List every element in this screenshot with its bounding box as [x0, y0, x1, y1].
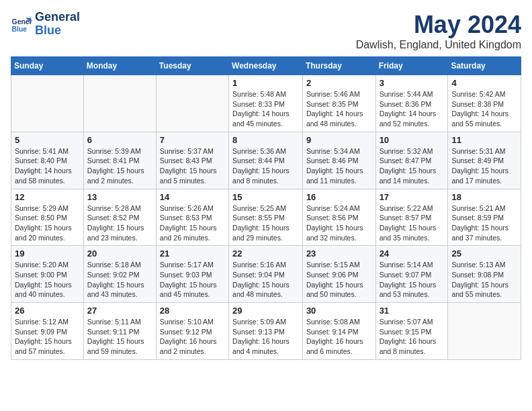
day-info: Sunrise: 5:16 AMSunset: 9:04 PMDaylight:… — [232, 260, 299, 300]
calendar-cell — [156, 75, 228, 132]
day-info: Sunrise: 5:12 AMSunset: 9:09 PMDaylight:… — [15, 317, 80, 357]
day-number: 22 — [232, 248, 299, 259]
calendar-cell: 9Sunrise: 5:34 AMSunset: 8:46 PMDaylight… — [302, 132, 375, 189]
day-info: Sunrise: 5:34 AMSunset: 8:46 PMDaylight:… — [306, 146, 372, 186]
day-info: Sunrise: 5:41 AMSunset: 8:40 PMDaylight:… — [15, 146, 80, 186]
calendar-header: Sunday Monday Tuesday Wednesday Thursday… — [11, 57, 521, 75]
calendar-cell: 6Sunrise: 5:39 AMSunset: 8:41 PMDaylight… — [83, 132, 156, 189]
day-number: 24 — [380, 248, 445, 259]
calendar-cell: 7Sunrise: 5:37 AMSunset: 8:43 PMDaylight… — [156, 132, 228, 189]
calendar-body: 1Sunrise: 5:48 AMSunset: 8:33 PMDaylight… — [11, 75, 521, 360]
calendar-cell: 12Sunrise: 5:29 AMSunset: 8:50 PMDayligh… — [11, 189, 84, 246]
day-info: Sunrise: 5:15 AMSunset: 9:06 PMDaylight:… — [306, 260, 372, 300]
calendar-cell: 23Sunrise: 5:15 AMSunset: 9:06 PMDayligh… — [302, 246, 375, 303]
logo-icon: General Blue — [11, 13, 32, 35]
calendar-cell: 14Sunrise: 5:26 AMSunset: 8:53 PMDayligh… — [156, 189, 228, 246]
calendar-cell: 18Sunrise: 5:21 AMSunset: 8:59 PMDayligh… — [448, 189, 521, 246]
day-info: Sunrise: 5:11 AMSunset: 9:11 PMDaylight:… — [87, 317, 152, 357]
calendar-cell: 13Sunrise: 5:28 AMSunset: 8:52 PMDayligh… — [83, 189, 156, 246]
calendar-week-4: 19Sunrise: 5:20 AMSunset: 9:00 PMDayligh… — [11, 246, 521, 303]
day-info: Sunrise: 5:36 AMSunset: 8:44 PMDaylight:… — [232, 146, 299, 186]
calendar-cell: 19Sunrise: 5:20 AMSunset: 9:00 PMDayligh… — [11, 246, 84, 303]
day-number: 18 — [451, 192, 517, 202]
calendar-cell: 20Sunrise: 5:18 AMSunset: 9:02 PMDayligh… — [83, 246, 156, 303]
day-info: Sunrise: 5:24 AMSunset: 8:56 PMDaylight:… — [306, 203, 372, 243]
calendar-week-5: 26Sunrise: 5:12 AMSunset: 9:09 PMDayligh… — [11, 303, 521, 360]
calendar-cell: 8Sunrise: 5:36 AMSunset: 8:44 PMDaylight… — [229, 132, 303, 189]
calendar-cell: 16Sunrise: 5:24 AMSunset: 8:56 PMDayligh… — [302, 189, 375, 246]
calendar-cell: 30Sunrise: 5:08 AMSunset: 9:14 PMDayligh… — [302, 303, 375, 360]
day-number: 17 — [380, 192, 445, 202]
day-info: Sunrise: 5:46 AMSunset: 8:35 PMDaylight:… — [306, 89, 372, 129]
calendar-cell — [83, 75, 156, 132]
day-info: Sunrise: 5:37 AMSunset: 8:43 PMDaylight:… — [160, 146, 225, 186]
day-number: 13 — [87, 192, 152, 202]
day-number: 8 — [232, 135, 299, 145]
col-saturday: Saturday — [448, 57, 521, 75]
calendar-cell: 26Sunrise: 5:12 AMSunset: 9:09 PMDayligh… — [11, 303, 84, 360]
calendar-cell: 24Sunrise: 5:14 AMSunset: 9:07 PMDayligh… — [375, 246, 448, 303]
day-number: 1 — [232, 78, 299, 88]
day-info: Sunrise: 5:17 AMSunset: 9:03 PMDaylight:… — [160, 260, 225, 300]
day-info: Sunrise: 5:25 AMSunset: 8:55 PMDaylight:… — [232, 203, 299, 243]
day-number: 28 — [160, 306, 225, 316]
day-info: Sunrise: 5:39 AMSunset: 8:41 PMDaylight:… — [87, 146, 152, 186]
day-info: Sunrise: 5:32 AMSunset: 8:47 PMDaylight:… — [380, 146, 445, 186]
day-number: 7 — [160, 135, 225, 145]
day-number: 10 — [380, 135, 445, 145]
day-number: 15 — [232, 192, 299, 202]
calendar-table: Sunday Monday Tuesday Wednesday Thursday… — [11, 56, 521, 360]
day-number: 31 — [380, 306, 445, 316]
col-wednesday: Wednesday — [229, 57, 303, 75]
calendar-cell: 22Sunrise: 5:16 AMSunset: 9:04 PMDayligh… — [229, 246, 303, 303]
calendar-cell: 11Sunrise: 5:31 AMSunset: 8:49 PMDayligh… — [448, 132, 521, 189]
day-number: 26 — [15, 306, 80, 316]
calendar-subtitle: Dawlish, England, United Kingdom — [356, 39, 521, 51]
calendar-week-2: 5Sunrise: 5:41 AMSunset: 8:40 PMDaylight… — [11, 132, 521, 189]
day-info: Sunrise: 5:28 AMSunset: 8:52 PMDaylight:… — [87, 203, 152, 243]
logo-line2: Blue — [35, 24, 80, 38]
calendar-cell: 10Sunrise: 5:32 AMSunset: 8:47 PMDayligh… — [375, 132, 448, 189]
day-info: Sunrise: 5:08 AMSunset: 9:14 PMDaylight:… — [306, 317, 372, 357]
day-info: Sunrise: 5:18 AMSunset: 9:02 PMDaylight:… — [87, 260, 152, 300]
day-number: 19 — [15, 248, 80, 259]
day-number: 12 — [15, 192, 80, 202]
day-number: 11 — [451, 135, 517, 145]
title-section: May 2024 Dawlish, England, United Kingdo… — [356, 11, 521, 51]
day-number: 30 — [306, 306, 372, 316]
day-info: Sunrise: 5:29 AMSunset: 8:50 PMDaylight:… — [15, 203, 80, 243]
day-info: Sunrise: 5:22 AMSunset: 8:57 PMDaylight:… — [380, 203, 445, 243]
day-number: 2 — [306, 78, 372, 88]
calendar-cell: 4Sunrise: 5:42 AMSunset: 8:38 PMDaylight… — [448, 75, 521, 132]
day-info: Sunrise: 5:26 AMSunset: 8:53 PMDaylight:… — [160, 203, 225, 243]
day-number: 14 — [160, 192, 225, 202]
calendar-cell: 31Sunrise: 5:07 AMSunset: 9:15 PMDayligh… — [375, 303, 448, 360]
calendar-title: May 2024 — [356, 11, 521, 39]
day-info: Sunrise: 5:07 AMSunset: 9:15 PMDaylight:… — [380, 317, 445, 357]
calendar-cell: 17Sunrise: 5:22 AMSunset: 8:57 PMDayligh… — [375, 189, 448, 246]
day-info: Sunrise: 5:31 AMSunset: 8:49 PMDaylight:… — [451, 146, 517, 186]
calendar-cell: 1Sunrise: 5:48 AMSunset: 8:33 PMDaylight… — [229, 75, 303, 132]
day-number: 23 — [306, 248, 372, 259]
col-friday: Friday — [375, 57, 448, 75]
calendar-cell: 3Sunrise: 5:44 AMSunset: 8:36 PMDaylight… — [375, 75, 448, 132]
header-row: Sunday Monday Tuesday Wednesday Thursday… — [11, 57, 521, 75]
calendar-cell: 15Sunrise: 5:25 AMSunset: 8:55 PMDayligh… — [229, 189, 303, 246]
calendar-cell — [448, 303, 521, 360]
calendar-week-1: 1Sunrise: 5:48 AMSunset: 8:33 PMDaylight… — [11, 75, 521, 132]
day-info: Sunrise: 5:20 AMSunset: 9:00 PMDaylight:… — [15, 260, 80, 300]
day-number: 16 — [306, 192, 372, 202]
logo-text: General Blue — [35, 11, 80, 38]
day-info: Sunrise: 5:14 AMSunset: 9:07 PMDaylight:… — [380, 260, 445, 300]
day-number: 9 — [306, 135, 372, 145]
day-info: Sunrise: 5:13 AMSunset: 9:08 PMDaylight:… — [451, 260, 517, 300]
calendar-cell: 28Sunrise: 5:10 AMSunset: 9:12 PMDayligh… — [156, 303, 228, 360]
day-info: Sunrise: 5:44 AMSunset: 8:36 PMDaylight:… — [380, 89, 445, 129]
calendar-week-3: 12Sunrise: 5:29 AMSunset: 8:50 PMDayligh… — [11, 189, 521, 246]
day-number: 25 — [451, 248, 517, 259]
day-number: 20 — [87, 248, 152, 259]
calendar-cell — [11, 75, 84, 132]
calendar-cell: 27Sunrise: 5:11 AMSunset: 9:11 PMDayligh… — [83, 303, 156, 360]
col-sunday: Sunday — [11, 57, 84, 75]
day-number: 21 — [160, 248, 225, 259]
